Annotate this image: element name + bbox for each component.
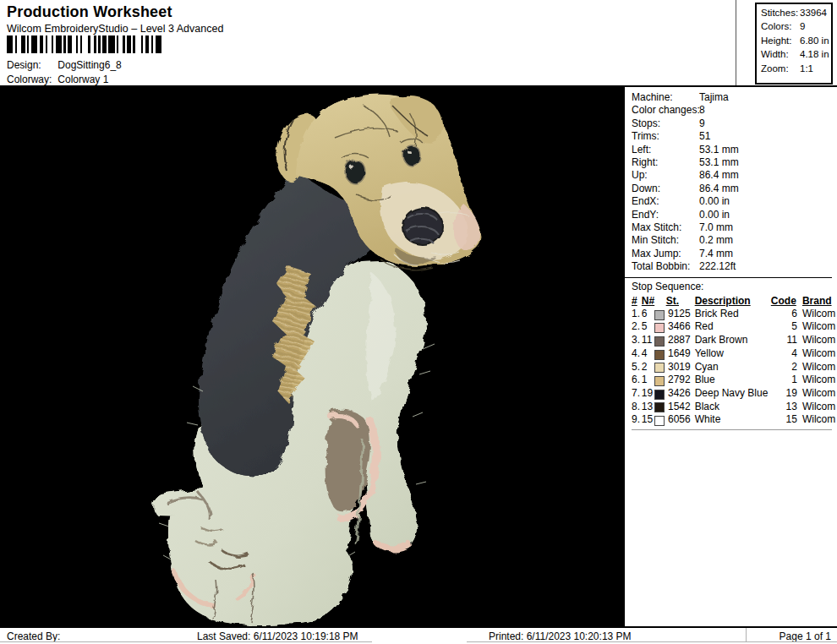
col-header-description: Description: [691, 295, 771, 308]
needle-number: 4: [642, 347, 654, 361]
thread-description: Cyan: [691, 361, 771, 374]
stitch-count: 1542: [666, 401, 691, 414]
row-number: 2.: [632, 320, 642, 334]
thread-description: White: [691, 413, 771, 427]
design-label: Design:: [7, 59, 55, 71]
needle-number: 2: [642, 361, 654, 374]
detail-up: Up:86.4 mm: [632, 169, 837, 182]
last-saved-text: Last Saved: 6/11/2023 10:19:18 PM: [197, 630, 358, 642]
detail-trims: Trims:51: [632, 130, 837, 143]
stat-height: Height:6.80 in: [761, 34, 831, 47]
colorway-value: Colorway 1: [57, 74, 108, 85]
row-number: 4.: [632, 347, 642, 361]
stop-sequence-table: # N# St. Description Code Brand 1.69125B…: [632, 295, 837, 427]
design-row: Design: DogSitting6_8: [7, 59, 122, 71]
thread-description: Red: [691, 320, 771, 334]
app-subtitle: Wilcom EmbroideryStudio – Level 3 Advanc…: [7, 23, 223, 35]
thread-swatch: [654, 308, 665, 321]
row-number: 3.: [632, 334, 642, 347]
thread-code: 1: [771, 374, 797, 387]
col-header-brand: Brand: [797, 295, 837, 308]
barcode-bar: [31, 35, 37, 53]
stop-sequence-row: 7.193426Deep Navy Blue19Wilcom: [632, 387, 837, 401]
stop-sequence-row: 9.156056White15Wilcom: [632, 413, 837, 427]
col-header-code: Code: [771, 295, 797, 308]
thread-code: 5: [771, 320, 797, 334]
page-title: Production Worksheet: [7, 3, 172, 21]
thread-swatch: [654, 401, 665, 414]
created-by-label: Created By:: [7, 630, 60, 642]
thread-code: 4: [771, 347, 797, 361]
thread-swatch: [654, 387, 665, 401]
colorway-row: Colorway: Colorway 1: [7, 74, 108, 85]
dog-leg-fold: [326, 411, 371, 512]
barcode-bar: [135, 35, 141, 53]
design-barcode: [7, 35, 161, 53]
stop-sequence-title: Stop Sequence:: [632, 280, 837, 294]
dog-design-graphic: [0, 87, 623, 626]
header-left-section: Production Worksheet Wilcom EmbroiderySt…: [0, 0, 736, 85]
thread-brand: Wilcom: [797, 374, 837, 387]
needle-number: 19: [642, 387, 654, 401]
stop-sequence-row: 8.131542Black13Wilcom: [632, 401, 837, 414]
row-number: 5.: [632, 361, 642, 374]
thread-brand: Wilcom: [797, 413, 837, 427]
stop-sequence-row: 2.53466Red5Wilcom: [632, 320, 837, 334]
colorway-label: Colorway:: [7, 74, 55, 85]
thread-description: Blue: [691, 374, 771, 387]
stitch-count: 2887: [666, 334, 691, 347]
detail-total-bobbin: Total Bobbin:222.12ft: [632, 260, 837, 273]
thread-color-swatch: [654, 363, 665, 373]
thread-color-swatch: [654, 336, 665, 347]
thread-color-swatch: [654, 402, 665, 412]
row-number: 6.: [632, 374, 642, 387]
thread-code: 15: [771, 413, 797, 427]
col-header-st: St.: [666, 295, 691, 308]
design-preview-canvas: [0, 87, 623, 626]
detail-color-changes: Color changes:8: [632, 104, 837, 117]
thread-description: Deep Navy Blue: [691, 387, 771, 401]
machine-details-panel: Machine:Tajima Color changes:8 Stops:9 T…: [623, 87, 837, 626]
page-number: Page 1 of 1: [780, 630, 831, 642]
footer-rule-left: [0, 641, 372, 642]
production-worksheet-page: Production Worksheet Wilcom EmbroiderySt…: [0, 0, 837, 644]
thread-code: 11: [771, 334, 797, 347]
table-bottom-rule: [632, 429, 832, 430]
thread-color-swatch: [654, 323, 665, 333]
design-value: DogSitting6_8: [57, 59, 121, 71]
thread-swatch: [654, 413, 665, 427]
thread-brand: Wilcom: [797, 334, 837, 347]
thread-swatch: [654, 374, 665, 387]
stop-sequence-header-row: # N# St. Description Code Brand: [632, 295, 837, 308]
thread-brand: Wilcom: [797, 401, 837, 414]
needle-number: 11: [642, 334, 654, 347]
detail-right: Right:53.1 mm: [632, 156, 837, 169]
thread-code: 6: [771, 308, 797, 321]
detail-stops: Stops:9: [632, 117, 837, 130]
stop-sequence-row: 6.12792Blue1Wilcom: [632, 374, 837, 387]
stat-stitches: Stitches:33964: [761, 6, 831, 19]
row-number: 8.: [632, 401, 642, 414]
thread-color-swatch: [654, 376, 665, 386]
needle-number: 6: [642, 308, 654, 321]
printed-text: Printed: 6/11/2023 10:20:13 PM: [489, 630, 632, 642]
barcode-bar: [7, 35, 13, 53]
row-number: 7.: [632, 387, 642, 401]
thread-description: Yellow: [691, 347, 771, 361]
dog-nose: [402, 208, 443, 245]
stitch-count: 6056: [666, 413, 691, 427]
stop-sequence-row: 5.23019Cyan2Wilcom: [632, 361, 837, 374]
col-header-n: N#: [642, 295, 654, 308]
thread-color-swatch: [654, 310, 665, 320]
thread-description: Brick Red: [691, 308, 771, 321]
col-header-num: #: [632, 295, 642, 308]
row-number: 9.: [632, 413, 642, 427]
thread-swatch: [654, 334, 665, 347]
thread-color-swatch: [654, 416, 665, 426]
thread-description: Dark Brown: [691, 334, 771, 347]
barcode-bar: [156, 35, 161, 53]
stat-colors: Colors:9: [761, 19, 831, 33]
thread-color-swatch: [654, 390, 665, 400]
footer-rule-right: [467, 641, 837, 642]
thread-code: 19: [771, 387, 797, 401]
